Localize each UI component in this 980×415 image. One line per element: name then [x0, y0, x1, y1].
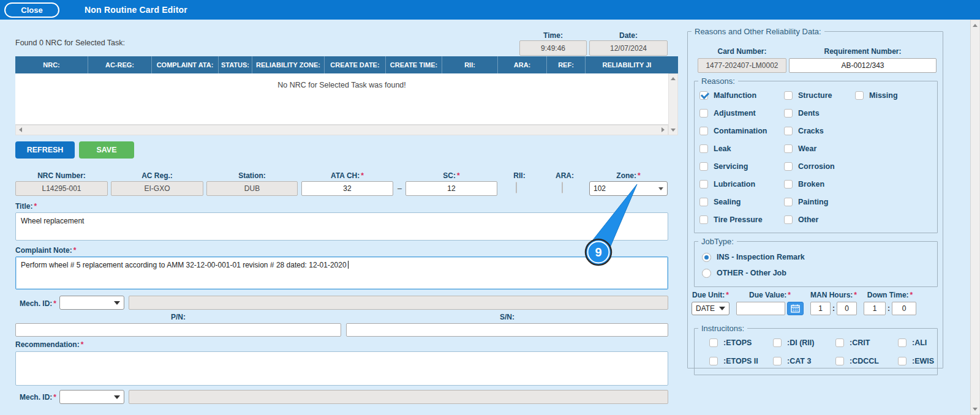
checkbox-icon[interactable] — [784, 215, 793, 224]
checkbox-icon[interactable] — [709, 338, 718, 347]
checkbox-icon[interactable] — [784, 127, 793, 135]
reason-structure[interactable]: Structure — [784, 91, 835, 100]
jobtype-other-radio[interactable]: OTHER - Other Job — [702, 268, 786, 278]
scroll-down-icon[interactable] — [671, 129, 676, 132]
radio-icon[interactable] — [702, 269, 711, 278]
reasons-column-3: Missing — [855, 91, 898, 100]
column-header-reliability-jic: RELIABILITY JI — [586, 56, 668, 73]
checkbox-icon[interactable] — [898, 357, 907, 365]
checkbox-icon[interactable] — [784, 180, 793, 189]
scroll-right-icon[interactable] — [662, 127, 665, 132]
reason-missing[interactable]: Missing — [855, 91, 898, 100]
man-hours-minutes-input[interactable]: 0 — [837, 302, 857, 315]
scroll-down-icon[interactable] — [973, 408, 978, 411]
nrc-table-body: No NRC for Selected Task was found! — [15, 73, 668, 125]
checkbox-icon[interactable] — [699, 215, 708, 224]
instruction-ali[interactable]: :ALI — [898, 338, 927, 348]
save-button[interactable]: SAVE — [79, 141, 134, 159]
man-hours-label: MAN Hours:* — [810, 291, 857, 299]
instruction-crit[interactable]: :CRIT — [835, 338, 870, 348]
due-value-input[interactable] — [736, 302, 785, 315]
checkbox-icon[interactable] — [699, 162, 708, 171]
reasons-column-2: Structure Dents Cracks Wear Corrosion Br… — [784, 91, 835, 225]
reason-adjustment[interactable]: Adjustment — [699, 108, 767, 118]
card-number-label: Card Number: — [698, 47, 786, 56]
checkbox-icon[interactable] — [699, 180, 708, 189]
checkbox-icon[interactable] — [773, 357, 782, 365]
sn-input[interactable] — [346, 323, 668, 337]
reason-cracks[interactable]: Cracks — [784, 126, 835, 136]
mech-id-2-select[interactable] — [59, 390, 124, 404]
checkbox-icon[interactable] — [784, 109, 793, 118]
recommendation-textarea[interactable] — [15, 351, 668, 386]
instruction-cdccl[interactable]: :CDCCL — [835, 356, 879, 366]
reason-other[interactable]: Other — [784, 215, 835, 225]
down-time-group: Down Time:* 1 : 0 — [864, 291, 916, 315]
scroll-up-icon[interactable] — [973, 24, 978, 27]
table-vertical-scrollbar[interactable] — [668, 73, 678, 135]
reason-sealing[interactable]: Sealing — [699, 197, 767, 207]
instruction-etops[interactable]: :ETOPS — [709, 338, 752, 348]
rii-checkbox[interactable] — [516, 182, 517, 193]
close-button[interactable]: Close — [4, 2, 59, 18]
checkbox-icon[interactable] — [835, 338, 844, 347]
reasons-group: Reasons: Malfunction Adjustment Contamin… — [694, 77, 938, 233]
column-header-nrc: NRC: — [15, 56, 88, 73]
reason-painting[interactable]: Painting — [784, 197, 835, 207]
checkbox-icon[interactable] — [699, 198, 708, 206]
ara-checkbox[interactable] — [562, 182, 563, 193]
down-time-minutes-input[interactable]: 0 — [892, 302, 916, 315]
reason-lubrication[interactable]: Lubrication — [699, 179, 767, 189]
checkbox-icon[interactable] — [784, 162, 793, 171]
reason-servicing[interactable]: Servicing — [699, 162, 767, 171]
station-field: DUB — [206, 181, 298, 196]
man-hours-hours-input[interactable]: 1 — [810, 302, 831, 315]
reason-wear[interactable]: Wear — [784, 144, 835, 154]
pn-input[interactable] — [15, 323, 341, 337]
reason-broken[interactable]: Broken — [784, 179, 835, 189]
scroll-left-icon[interactable] — [19, 127, 22, 132]
requirement-number-input[interactable]: AB-0012/343 — [789, 58, 937, 73]
title-textarea[interactable]: Wheel replacement — [15, 212, 668, 241]
checkbox-icon[interactable] — [699, 91, 708, 100]
scroll-up-icon[interactable] — [671, 77, 676, 80]
instruction-ewis[interactable]: :EWIS — [898, 356, 934, 366]
checkbox-icon[interactable] — [773, 338, 782, 347]
reason-dents[interactable]: Dents — [784, 108, 835, 118]
reason-malfunction[interactable]: Malfunction — [699, 91, 767, 100]
reason-tire-pressure[interactable]: Tire Pressure — [699, 215, 767, 225]
checkbox-icon[interactable] — [699, 127, 708, 135]
ata-ch-input[interactable]: 32 — [301, 181, 393, 196]
due-unit-label: Due Unit:* — [692, 291, 729, 299]
sc-input[interactable]: 12 — [405, 181, 497, 196]
checkbox-icon[interactable] — [699, 109, 708, 118]
instruction-cat-3[interactable]: :CAT 3 — [773, 356, 811, 366]
mech-id-1-select[interactable] — [59, 296, 124, 310]
checkbox-icon[interactable] — [699, 144, 708, 153]
reason-corrosion[interactable]: Corrosion — [784, 162, 835, 171]
checkbox-icon[interactable] — [784, 91, 793, 100]
checkbox-icon[interactable] — [855, 91, 864, 100]
down-time-hours-input[interactable]: 1 — [864, 302, 886, 315]
instruction-etops-ii[interactable]: :ETOPS II — [709, 356, 758, 366]
reason-leak[interactable]: Leak — [699, 144, 767, 154]
checkbox-icon[interactable] — [898, 338, 907, 347]
radio-icon[interactable] — [702, 253, 711, 262]
empty-table-message: No NRC for Selected Task was found! — [15, 81, 668, 89]
zone-select[interactable]: 102 — [589, 181, 668, 196]
complaint-note-textarea[interactable]: Perform wheel # 5 replacement according … — [15, 256, 668, 290]
due-unit-select[interactable]: DATE — [692, 302, 729, 315]
checkbox-icon[interactable] — [835, 357, 844, 365]
page-vertical-scrollbar[interactable] — [970, 20, 980, 415]
due-row: Due Unit:* DATE Due Value:* — [692, 291, 940, 315]
date-label: Date: — [589, 31, 668, 40]
checkbox-icon[interactable] — [784, 144, 793, 153]
reason-contamination[interactable]: Contamination — [699, 126, 767, 136]
checkbox-icon[interactable] — [784, 198, 793, 206]
refresh-button[interactable]: REFRESH — [15, 141, 75, 159]
table-horizontal-scrollbar[interactable] — [15, 125, 668, 135]
calendar-button[interactable] — [787, 302, 804, 315]
checkbox-icon[interactable] — [709, 357, 718, 365]
jobtype-ins-radio[interactable]: INS - Inspection Remark — [702, 252, 805, 262]
instruction-di-rii[interactable]: :DI (RII) — [773, 338, 814, 348]
